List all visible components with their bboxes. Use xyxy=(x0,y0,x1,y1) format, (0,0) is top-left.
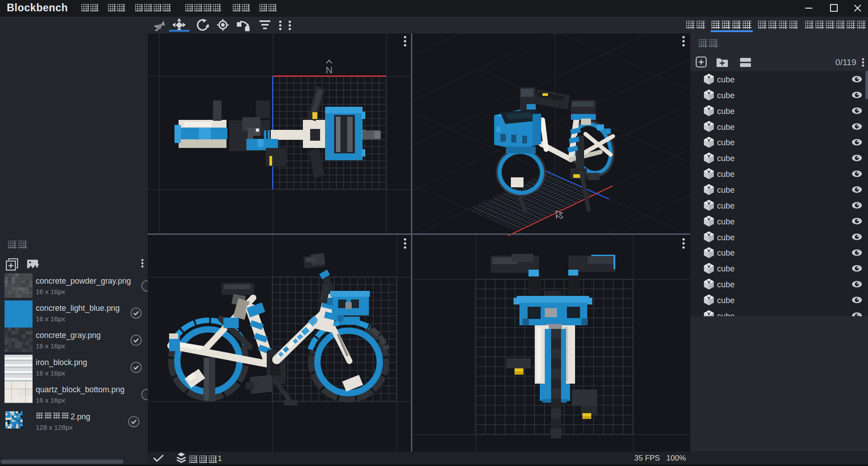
svg-text:16 x 16px: 16 x 16px xyxy=(36,342,66,350)
svg-text:quartz_block_bottom.png: quartz_block_bottom.png xyxy=(36,385,125,395)
svg-text:2.png: 2.png xyxy=(71,412,90,421)
svg-text:128 x 128px: 128 x 128px xyxy=(36,423,73,431)
svg-text:0/119: 0/119 xyxy=(835,57,856,67)
svg-text:16 x 16px: 16 x 16px xyxy=(36,396,66,404)
svg-text:16 x 16px: 16 x 16px xyxy=(36,369,66,377)
svg-text:concrete_gray.png: concrete_gray.png xyxy=(36,331,101,340)
svg-text:concrete_powder_gray.png: concrete_powder_gray.png xyxy=(36,276,131,286)
svg-text:16 x 16px: 16 x 16px xyxy=(36,288,66,295)
svg-text:iron_block.png: iron_block.png xyxy=(36,358,87,367)
svg-text:N: N xyxy=(326,65,332,75)
svg-text:16 x 16px: 16 x 16px xyxy=(36,315,66,323)
svg-text:concrete_light_blue.png: concrete_light_blue.png xyxy=(36,304,120,313)
